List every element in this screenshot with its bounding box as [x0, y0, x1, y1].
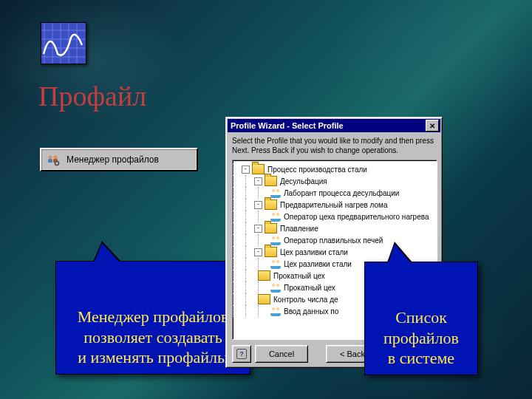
close-button[interactable]: ✕: [426, 120, 439, 132]
people-cog-icon: [46, 152, 61, 167]
app-logo: [41, 22, 86, 64]
folder-icon: [258, 270, 270, 281]
folder-icon: [265, 223, 277, 233]
tree-item-label: Оператор цеха предварительного нагрева: [283, 213, 429, 221]
tree-item-label: Оператор плавильных печей: [283, 236, 383, 245]
tree-item-label: Цех разливки стали: [283, 260, 352, 268]
wizard-instruction: Select the Profile that you would like t…: [232, 137, 436, 155]
tree-toggle-icon[interactable]: -: [254, 201, 262, 209]
folder-icon: [265, 176, 277, 186]
tree-role[interactable]: Оператор цеха предварительного нагрева: [233, 211, 437, 222]
user-role-icon: [270, 211, 281, 222]
close-icon: ✕: [429, 122, 435, 130]
svg-rect-11: [48, 159, 52, 163]
callout-list-description: Список профайлов в системе: [364, 262, 478, 375]
tree-folder[interactable]: -Предварительный нагрев лома: [233, 199, 437, 211]
tree-item-label: Лаборант процесса десульфации: [283, 189, 399, 197]
tree-item-label: Десульфация: [279, 177, 327, 185]
page-title: Профайл: [38, 80, 146, 112]
tree-item-label: Предварительный нагрев лома: [279, 201, 388, 209]
help-button[interactable]: ?: [232, 345, 251, 363]
tree-folder[interactable]: -Плавление: [233, 222, 437, 234]
user-role-icon: [270, 188, 281, 198]
svg-point-12: [54, 156, 58, 160]
folder-icon: [252, 164, 265, 174]
user-role-icon: [270, 259, 281, 269]
folder-icon: [265, 247, 277, 257]
tree-folder[interactable]: -Процесс производства стали: [233, 163, 437, 175]
profile-manager-button[interactable]: Менеджер профайлов: [40, 148, 198, 171]
callout-right-text: Список профайлов в системе: [383, 308, 459, 367]
tree-item-label: Прокатный цех: [273, 272, 325, 280]
tree-item-label: Плавление: [279, 225, 318, 233]
svg-point-10: [49, 156, 52, 160]
help-icon: ?: [236, 349, 247, 359]
tree-toggle-icon[interactable]: -: [242, 166, 250, 174]
tree-role[interactable]: Лаборант процесса десульфации: [233, 187, 437, 199]
tree-item-label: Цех разливки стали: [279, 248, 348, 256]
tree-toggle-icon[interactable]: -: [254, 248, 262, 256]
folder-icon: [265, 200, 277, 210]
callout-mgr-description: Менеджер профайлов позволяет создавать и…: [55, 261, 250, 375]
tree-item-label: Ввод данных по: [283, 307, 338, 316]
tree-item-label: Контроль числа де: [273, 296, 338, 304]
titlebar[interactable]: Profile Wizard - Select Profile ✕: [228, 119, 440, 132]
user-role-icon: [270, 282, 281, 293]
tree-toggle-icon[interactable]: -: [254, 225, 262, 233]
cancel-button[interactable]: Cancel: [255, 345, 308, 363]
tree-item-label: Процесс производства стали: [267, 166, 367, 174]
tree-toggle-icon[interactable]: -: [254, 177, 262, 185]
wizard-title-text: Profile Wizard - Select Profile: [231, 121, 344, 130]
user-role-icon: [270, 235, 281, 245]
svg-point-15: [56, 163, 58, 164]
tree-folder[interactable]: -Десульфация: [233, 175, 437, 187]
profile-manager-label: Менеджер профайлов: [66, 154, 159, 165]
callout-left-text: Менеджер профайлов позволяет создавать и…: [78, 307, 229, 366]
tree-item-label: Прокатный цех: [283, 284, 335, 292]
folder-icon: [258, 294, 270, 304]
user-role-icon: [270, 306, 281, 316]
